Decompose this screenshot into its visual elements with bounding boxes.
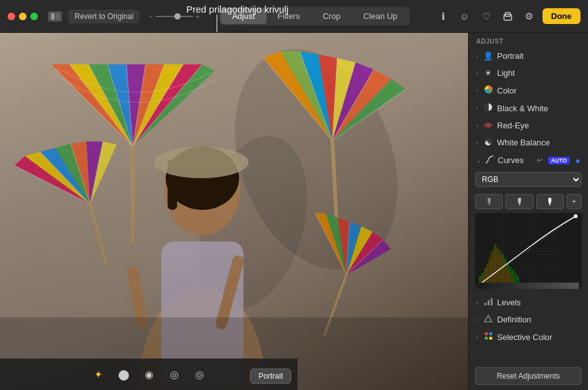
- close-button[interactable]: [8, 13, 15, 20]
- curves-header[interactable]: ⌄ Curves ↩ AUTO ●: [469, 151, 588, 169]
- photo-circle2-icon[interactable]: ◎: [167, 367, 182, 382]
- adjust-item-bw[interactable]: › Black & White: [469, 99, 588, 117]
- heart-button[interactable]: ♡: [478, 8, 495, 25]
- bw-icon: [483, 103, 493, 113]
- chevron-right-icon: ›: [476, 105, 478, 111]
- redeye-label: Red-Eye: [497, 121, 529, 130]
- zoom-slider[interactable]: − +: [148, 13, 200, 20]
- photo-circle3-icon[interactable]: ◎: [192, 367, 207, 382]
- selective-color-icon: [483, 332, 493, 342]
- svg-rect-52: [549, 202, 551, 204]
- eyedropper-white-icon: [546, 198, 553, 206]
- single-view-btn[interactable]: [48, 11, 62, 21]
- main-content: ✦ ⬤ ◉ ◎ ◎ Portrait Adjust › 👤 Portrait ›…: [0, 33, 588, 390]
- adjust-item-color[interactable]: › Color: [469, 82, 588, 99]
- tab-adjust[interactable]: Adjust: [220, 8, 266, 24]
- adjust-item-light[interactable]: › ☀ Light: [469, 64, 588, 82]
- undo-icon[interactable]: ↩: [537, 156, 543, 164]
- svg-rect-80: [488, 260, 490, 286]
- curves-wave-icon: [485, 155, 494, 164]
- color-label: Color: [497, 86, 517, 95]
- adjust-item-redeye[interactable]: › Red-Eye: [469, 117, 588, 134]
- levels-bars-icon: [484, 298, 493, 305]
- svg-rect-1: [56, 13, 59, 20]
- tools-button[interactable]: ⚙: [521, 8, 537, 25]
- definition-label: Definition: [497, 315, 531, 324]
- chevron-right-icon: ›: [476, 53, 478, 59]
- black-point-eyedropper[interactable]: [475, 194, 503, 209]
- single-view-icon: [51, 13, 59, 20]
- adjust-item-levels[interactable]: › Levels: [469, 294, 588, 311]
- curves-label: Curves: [498, 155, 524, 165]
- photo-container: [0, 33, 468, 390]
- window-mode-toggle: [48, 11, 62, 21]
- light-label: Light: [497, 68, 515, 78]
- chevron-right-icon: ›: [476, 317, 478, 323]
- svg-rect-93: [484, 303, 486, 305]
- auto-badge[interactable]: AUTO: [548, 157, 569, 164]
- minimize-button[interactable]: [19, 13, 27, 20]
- titlebar: Revert to Original − + Adjust Filters Cr…: [0, 0, 588, 33]
- tab-crop[interactable]: Crop: [311, 8, 352, 24]
- levels-label: Levels: [497, 298, 521, 307]
- adjust-item-whitebalance[interactable]: › ☯ White Balance: [469, 134, 588, 151]
- tab-filters[interactable]: Filters: [267, 8, 311, 24]
- photo-star-icon[interactable]: ✦: [91, 367, 106, 382]
- portrait-button[interactable]: Portrait: [250, 369, 291, 384]
- svg-rect-85: [501, 254, 503, 286]
- add-point-button[interactable]: +: [567, 194, 582, 209]
- svg-rect-48: [518, 198, 521, 202]
- eyedropper-gray-icon: [516, 198, 523, 206]
- selective-color-label: Selective Color: [497, 332, 552, 342]
- info-button[interactable]: ℹ: [435, 8, 452, 25]
- curves-graph[interactable]: [475, 213, 582, 289]
- definition-icon: [483, 315, 493, 324]
- svg-rect-47: [488, 204, 489, 205]
- channel-select[interactable]: RGB Red Green Blue: [475, 172, 582, 187]
- tab-cleanup[interactable]: Clean Up: [352, 8, 409, 24]
- traffic-lights: [8, 13, 38, 20]
- reset-adjustments-button[interactable]: Reset Adjustments: [475, 367, 582, 385]
- svg-rect-49: [519, 202, 520, 204]
- share-button[interactable]: [500, 8, 516, 25]
- color-wheel-icon: [484, 85, 493, 94]
- revert-button[interactable]: Revert to Original: [68, 9, 140, 23]
- adjust-item-selective-color[interactable]: › Selective Color: [469, 328, 588, 346]
- adjust-item-definition[interactable]: › Definition: [469, 311, 588, 328]
- svg-point-44: [487, 124, 489, 126]
- photo-ring-icon[interactable]: ◉: [141, 367, 157, 382]
- svg-rect-53: [549, 204, 551, 205]
- share-icon: [503, 11, 513, 21]
- photo-circle-icon[interactable]: ⬤: [116, 367, 131, 382]
- nav-tabs: Adjust Filters Crop Clean Up: [219, 7, 410, 25]
- gray-point-eyedropper[interactable]: [505, 194, 533, 209]
- zoom-track: [155, 16, 193, 17]
- chevron-right-icon: ›: [476, 334, 478, 340]
- eyedropper-black-icon: [486, 198, 493, 206]
- light-icon: ☀: [483, 68, 493, 78]
- white-point-eyedropper[interactable]: [536, 194, 564, 209]
- emoji-button[interactable]: ☺: [457, 8, 473, 25]
- svg-point-91: [574, 214, 578, 218]
- fullscreen-button[interactable]: [30, 13, 38, 20]
- svg-rect-84: [498, 250, 500, 286]
- bw-label: Black & White: [497, 104, 548, 113]
- svg-rect-82: [493, 250, 495, 286]
- svg-rect-51: [548, 198, 551, 202]
- adjust-item-portrait[interactable]: › 👤 Portrait: [469, 47, 588, 64]
- svg-rect-46: [488, 202, 490, 204]
- levels-icon: [483, 298, 493, 307]
- portrait-icon: 👤: [483, 51, 493, 61]
- eye-icon: [484, 122, 493, 128]
- curves-icon: [485, 155, 494, 166]
- svg-point-97: [489, 332, 492, 336]
- chevron-down-icon: ⌄: [476, 157, 481, 164]
- done-button[interactable]: Done: [543, 8, 581, 24]
- triangle-icon: [484, 315, 493, 322]
- curves-active-indicator: ●: [575, 155, 580, 166]
- curves-svg: [475, 213, 582, 289]
- chevron-right-icon: ›: [476, 123, 478, 129]
- color-icon: [483, 85, 493, 95]
- svg-point-98: [484, 337, 488, 340]
- svg-rect-94: [488, 300, 489, 305]
